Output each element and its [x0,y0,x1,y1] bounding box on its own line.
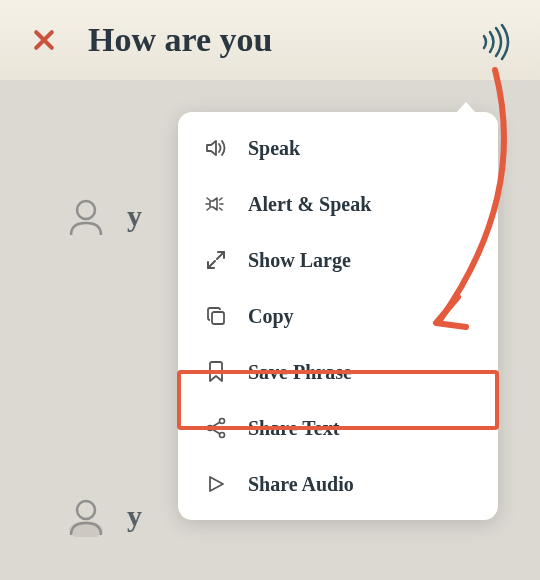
background-item-1: y [65,195,142,237]
bg-text-1: y [127,199,142,233]
phrase-title: How are you [88,21,272,59]
bookmark-icon [204,360,228,384]
svg-line-10 [208,261,215,268]
menu-label: Share Audio [248,473,354,496]
user-filled-icon [65,495,107,537]
menu-label: Save Phrase [248,361,352,384]
svg-line-15 [212,422,220,427]
speaker-icon [204,136,228,160]
play-icon [204,472,228,496]
menu-item-alert-speak[interactable]: Alert & Speak [178,176,498,232]
menu-item-copy[interactable]: Copy [178,288,498,344]
svg-rect-11 [212,312,224,324]
background-item-2: y [65,495,142,537]
sound-waves-icon[interactable] [476,22,516,66]
bg-text-2: y [127,499,142,533]
menu-item-speak[interactable]: Speak [178,120,498,176]
menu-label: Copy [248,305,294,328]
svg-line-5 [207,208,210,210]
close-button[interactable] [30,26,58,54]
menu-item-share-text[interactable]: Share Text [178,400,498,456]
context-menu: Speak Alert & Speak Show Large [178,112,498,520]
menu-label: Share Text [248,417,339,440]
share-icon [204,416,228,440]
menu-label: Speak [248,137,300,160]
alert-speak-icon [204,192,228,216]
svg-point-2 [77,501,95,519]
menu-item-show-large[interactable]: Show Large [178,232,498,288]
menu-item-save-phrase[interactable]: Save Phrase [178,344,498,400]
svg-line-16 [212,429,220,434]
svg-point-0 [77,201,95,219]
menu-label: Show Large [248,249,351,272]
svg-line-9 [217,252,224,259]
expand-icon [204,248,228,272]
menu-item-share-audio[interactable]: Share Audio [178,456,498,512]
svg-line-8 [220,208,223,210]
svg-line-7 [220,198,223,200]
copy-icon [204,304,228,328]
user-outline-icon [65,195,107,237]
app-header: How are you [0,0,540,80]
menu-label: Alert & Speak [248,193,371,216]
svg-line-4 [207,198,210,200]
